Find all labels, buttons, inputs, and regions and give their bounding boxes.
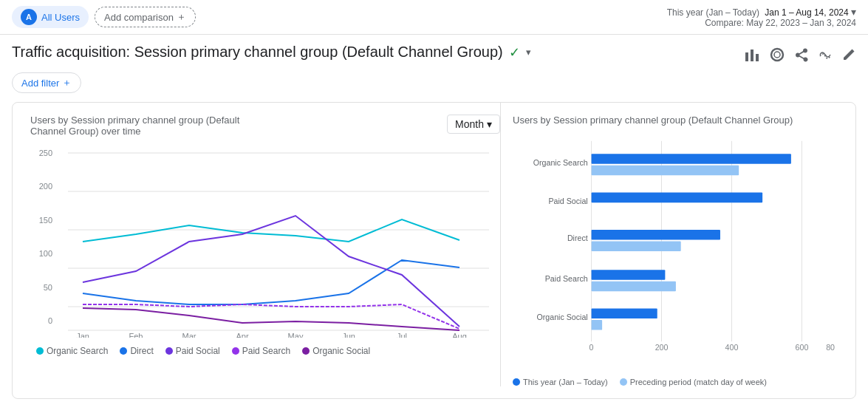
date-chevron-icon[interactable]: ▾ — [851, 6, 856, 18]
svg-text:Organic Social: Organic Social — [537, 313, 588, 321]
legend-dot-organic-social — [302, 347, 310, 355]
title-chevron-icon[interactable]: ▾ — [526, 47, 531, 58]
bar-chart-svg-wrap: Organic Search Paid Social Direct Paid S… — [513, 137, 835, 369]
add-filter-label: Add filter — [21, 78, 59, 89]
bar-chart-icon[interactable] — [744, 47, 760, 67]
plus-icon: ＋ — [177, 10, 186, 24]
edit-icon[interactable] — [841, 47, 856, 66]
date-info: This year (Jan – Today) Jan 1 – Aug 14, … — [667, 6, 856, 28]
title-check-icon: ✓ — [509, 44, 520, 61]
all-users-chip[interactable]: A All Users — [12, 6, 89, 28]
legend-paid-search: Paid Search — [232, 346, 290, 356]
svg-rect-2 — [756, 54, 759, 61]
svg-text:800: 800 — [826, 343, 835, 352]
bar-chart-svg: Organic Search Paid Social Direct Paid S… — [513, 137, 835, 366]
svg-text:Direct: Direct — [567, 233, 588, 242]
svg-rect-1 — [751, 50, 753, 61]
line-chart-legend: Organic Search Direct Paid Social Paid S… — [30, 340, 500, 362]
svg-text:400: 400 — [725, 343, 739, 352]
compare-label: Compare: May 22, 2023 – Jan 3, 2024 — [667, 18, 856, 28]
svg-text:May: May — [288, 332, 304, 338]
add-filter-button[interactable]: Add filter ＋ — [12, 72, 81, 93]
legend-label-direct: Direct — [130, 346, 153, 356]
y-label-250: 250 — [30, 149, 52, 157]
y-label-150: 150 — [30, 216, 52, 225]
add-comparison-button[interactable]: Add comparison ＋ — [95, 7, 196, 27]
right-chart-legend: This year (Jan – Today) Preceding period… — [513, 378, 835, 386]
right-chart-title: Users by Session primary channel group (… — [513, 115, 835, 126]
svg-rect-27 — [592, 193, 763, 203]
y-axis-labels: 250 200 150 100 50 0 — [30, 146, 57, 340]
right-legend-preceding: Preceding period (match day of week) — [620, 378, 767, 386]
y-label-50: 50 — [30, 283, 52, 292]
legend-label-paid-social: Paid Social — [176, 346, 220, 356]
line-chart-wrap: 250 200 150 100 50 0 — [30, 146, 500, 340]
legend-label-paid-search: Paid Search — [242, 346, 290, 356]
svg-text:Paid Search: Paid Search — [545, 274, 588, 283]
y-label-200: 200 — [30, 182, 52, 191]
svg-point-3 — [771, 49, 783, 61]
legend-organic-social: Organic Social — [302, 346, 370, 356]
svg-text:Apr: Apr — [236, 332, 248, 338]
page-title: Traffic acquisition: Session primary cha… — [12, 44, 503, 61]
legend-label-organic-search: Organic Search — [47, 346, 108, 356]
y-label-0: 0 — [30, 316, 52, 325]
charts-container: Users by Session primary channel group (… — [12, 102, 856, 399]
line-chart-svg: Jan Feb Mar Apr May Jun Jul Aug — [57, 146, 500, 338]
legend-dot-paid-search — [232, 347, 239, 355]
month-select[interactable]: Month ▾ — [447, 115, 500, 134]
right-legend-label-preceding: Preceding period (match day of week) — [630, 378, 767, 386]
top-left: A All Users Add comparison ＋ — [12, 6, 196, 28]
svg-text:600: 600 — [796, 343, 809, 352]
svg-text:Feb: Feb — [129, 332, 143, 338]
svg-rect-29 — [592, 230, 720, 240]
legend-organic-search: Organic Search — [36, 346, 108, 356]
right-legend-this-year: This year (Jan – Today) — [513, 378, 608, 386]
date-range: Jan 1 – Aug 14, 2024 — [765, 7, 848, 18]
month-label: Month — [455, 118, 484, 130]
filter-plus-icon: ＋ — [62, 76, 72, 89]
svg-text:Jan: Jan — [76, 332, 89, 338]
month-chevron-icon: ▾ — [487, 118, 492, 130]
line-chart-svg-col: Jan Feb Mar Apr May Jun Jul Aug — [57, 146, 500, 340]
svg-text:0: 0 — [590, 343, 594, 352]
y-label-100: 100 — [30, 249, 52, 258]
this-year-label: This year (Jan – Today) — [667, 7, 759, 18]
page-header: Traffic acquisition: Session primary cha… — [0, 35, 868, 72]
left-chart-header: Users by Session primary channel group (… — [30, 115, 500, 137]
share-icon[interactable] — [794, 47, 809, 66]
svg-rect-32 — [592, 270, 666, 280]
svg-rect-0 — [745, 52, 748, 61]
svg-rect-24 — [592, 154, 791, 164]
donut-chart-icon[interactable] — [769, 47, 785, 67]
legend-paid-social: Paid Social — [165, 346, 220, 356]
right-legend-dot-preceding — [620, 378, 627, 386]
legend-label-organic-social: Organic Social — [312, 346, 370, 356]
svg-rect-36 — [592, 320, 603, 330]
svg-text:200: 200 — [655, 343, 669, 352]
left-chart: Users by Session primary channel group (… — [24, 103, 501, 386]
legend-dot-direct — [120, 347, 127, 355]
svg-point-4 — [774, 52, 780, 58]
right-chart: Users by Session primary channel group (… — [501, 103, 844, 386]
page-title-row: Traffic acquisition: Session primary cha… — [12, 44, 531, 61]
legend-direct: Direct — [120, 346, 153, 356]
svg-text:Organic Search: Organic Search — [533, 158, 588, 167]
user-label: All Users — [41, 12, 80, 23]
svg-text:Jun: Jun — [342, 332, 355, 338]
right-legend-label-this-year: This year (Jan – Today) — [523, 378, 608, 386]
svg-text:Jul: Jul — [397, 332, 407, 338]
left-chart-title: Users by Session primary channel group (… — [30, 115, 267, 137]
svg-rect-33 — [592, 282, 676, 292]
svg-text:Paid Social: Paid Social — [548, 197, 587, 205]
user-avatar: A — [21, 9, 37, 25]
svg-rect-35 — [592, 309, 657, 319]
header-icons — [744, 47, 856, 67]
svg-rect-30 — [592, 241, 681, 251]
legend-dot-paid-social — [165, 347, 173, 355]
svg-rect-25 — [592, 166, 739, 176]
compare-icon[interactable] — [818, 47, 833, 66]
add-comparison-label: Add comparison — [104, 12, 174, 23]
legend-dot-organic-search — [36, 347, 44, 355]
top-bar: A All Users Add comparison ＋ This year (… — [0, 0, 868, 35]
